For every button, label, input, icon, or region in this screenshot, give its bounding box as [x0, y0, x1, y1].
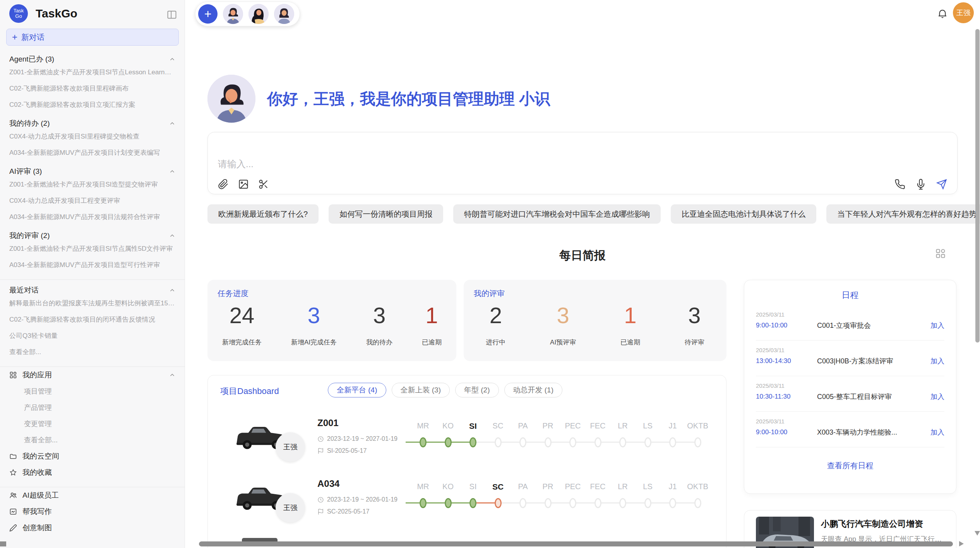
session-avatar[interactable] [248, 4, 269, 24]
view-all-schedule-link[interactable]: 查看所有日程 [744, 461, 956, 471]
milestone-dot-mr[interactable] [420, 498, 427, 508]
ai-review-item[interactable]: A034-全新新能源MUV产品开发项目法规符合性评审 [9, 209, 176, 225]
app-item[interactable]: 查看全部... [9, 432, 176, 448]
recent-chat-item[interactable]: 公司Q3轻卡销量 [9, 328, 176, 344]
chat-input-box[interactable]: 请输入... [207, 132, 958, 194]
my-todo-item[interactable]: A034-全新新能源MUV产品开发项目计划变更表编写 [9, 145, 176, 161]
horizontal-scrollbar[interactable] [199, 541, 953, 546]
add-session-button[interactable]: + [198, 4, 218, 24]
milestone-dot-pec[interactable] [569, 437, 576, 447]
help-me-write[interactable]: 帮我写作 [9, 503, 176, 520]
recent-chat-item[interactable]: C02-飞腾新能源轻客改款项目的闭环通告反馈情况 [9, 312, 176, 328]
app-item[interactable]: 变更管理 [9, 416, 176, 432]
user-avatar[interactable]: 王强 [953, 2, 974, 23]
milestone-dot-oktb[interactable] [694, 437, 701, 447]
milestone-dot-pr[interactable] [545, 498, 552, 508]
milestone-dot-mr[interactable] [420, 437, 427, 447]
notification-bell-icon[interactable] [937, 8, 948, 19]
suggestion-chip[interactable]: 当下年轻人对汽车外观有怎样的喜好趋势 [826, 204, 980, 224]
app-item[interactable]: 产品管理 [9, 399, 176, 416]
section-agent-done[interactable]: Agent已办 (3) [9, 54, 176, 64]
ai-review-item[interactable]: C0X4-动力总成开发项目工程变更评审 [9, 193, 176, 209]
chevron-up-icon[interactable] [169, 372, 176, 378]
milestone-dot-oktb[interactable] [694, 498, 701, 508]
scissors-icon[interactable] [258, 179, 269, 190]
vertical-scrollbar[interactable] [975, 29, 980, 342]
milestone-label: MR [411, 421, 435, 430]
ai-review-item[interactable]: Z001-全新燃油轻卡产品开发项目SI造型提交物评审 [9, 176, 176, 193]
project-row[interactable]: 王强 Z001 2023-12-19 ~ 2027-01-19 SI-2025-… [208, 412, 726, 474]
news-title: 小鹏飞行汽车制造公司增资 [821, 518, 923, 530]
milestone-dot-pa[interactable] [519, 437, 526, 447]
section-my-todo[interactable]: 我的待办 (2) [9, 118, 176, 128]
agent-done-item[interactable]: C02-飞腾新能源轻客改款项目里程碑画布 [9, 80, 176, 97]
join-meeting-link[interactable]: 加入 [930, 356, 944, 366]
chevron-up-icon[interactable] [169, 168, 176, 175]
scroll-right-arrow[interactable] [959, 541, 964, 546]
join-meeting-link[interactable]: 加入 [930, 392, 944, 401]
my-cloud-space[interactable]: 我的云空间 [9, 448, 176, 464]
suggestion-chip[interactable]: 如何写一份清晰的项目周报 [329, 204, 443, 224]
milestone-dot-ls[interactable] [644, 437, 651, 447]
milestone-dot-pr[interactable] [545, 437, 552, 447]
dashboard-filter-pill[interactable]: 年型 (2) [455, 383, 499, 397]
my-review-item[interactable]: A034-全新新能源MUV产品开发项目造型可行性评审 [9, 257, 176, 273]
clock-icon [317, 436, 324, 442]
milestone-dot-si[interactable] [469, 498, 476, 508]
my-todo-item[interactable]: C0X4-动力总成开发项目SI里程碑提交物检查 [9, 128, 176, 145]
scroll-down-arrow[interactable] [975, 531, 980, 536]
project-row[interactable]: 王强 A034 2023-12-19 ~ 2026-01-19 SC-2025-… [208, 473, 726, 535]
milestone-dot-ko[interactable] [445, 437, 452, 447]
milestone-dot-lr[interactable] [619, 498, 626, 508]
dashboard-filter-pill[interactable]: 全新平台 (4) [328, 383, 386, 397]
milestone-dot-pa[interactable] [519, 498, 526, 508]
section-my-review[interactable]: 我的评审 (2) [9, 231, 176, 241]
milestone-dot-j1[interactable] [669, 437, 676, 447]
session-avatar[interactable] [223, 4, 243, 24]
milestone-dot-ko[interactable] [445, 498, 452, 508]
dashboard-filter-pill[interactable]: 动总开发 (1) [504, 383, 563, 397]
milestone-dot-si[interactable] [469, 437, 476, 447]
milestone-dot-fec[interactable] [595, 437, 601, 447]
agent-done-item[interactable]: Z001-全新燃油皮卡产品开发项目SI节点Lesson Learn报告 [9, 64, 176, 80]
recent-chat-item[interactable]: 查看全部... [9, 344, 176, 360]
recent-chat-item[interactable]: 解释最新出台的欧盟报废车法规再生塑料比例被调至15%... [9, 295, 176, 312]
milestone-dot-fec[interactable] [595, 498, 601, 508]
milestone-dot-lr[interactable] [619, 437, 626, 447]
session-avatar[interactable] [274, 4, 294, 24]
chevron-up-icon[interactable] [169, 56, 176, 63]
section-ai-review[interactable]: AI评审 (3) [9, 166, 176, 176]
sidebar-scrollbar-stub[interactable] [0, 541, 6, 546]
milestone-dot-pec[interactable] [569, 498, 576, 508]
sidebar-collapse-icon[interactable] [166, 9, 177, 20]
section-recent-chats[interactable]: 最近对话 [9, 285, 176, 295]
briefing-layout-icon[interactable] [935, 248, 946, 259]
suggestion-chip[interactable]: 特朗普可能对进口汽车增税会对中国车企造成哪些影响 [453, 204, 661, 224]
join-meeting-link[interactable]: 加入 [930, 321, 944, 330]
milestone-dot-ls[interactable] [644, 498, 651, 508]
dashboard-filter-pill[interactable]: 全新上装 (3) [392, 383, 450, 397]
milestone-dot-j1[interactable] [669, 498, 676, 508]
app-item[interactable]: 项目管理 [9, 383, 176, 399]
send-icon[interactable] [936, 179, 947, 190]
new-chat-button[interactable]: + 新对话 [6, 29, 179, 46]
chevron-up-icon[interactable] [169, 287, 176, 294]
creative-drawing[interactable]: 创意制图 [9, 520, 176, 536]
my-apps-row[interactable]: 我的应用 [9, 367, 176, 383]
milestone-line [473, 442, 498, 443]
suggestion-chip[interactable]: 欧洲新规最近颁布了什么? [207, 204, 319, 224]
my-review-item[interactable]: Z001-全新燃油轻卡产品开发项目SI节点属性5D文件评审 [9, 241, 176, 257]
chevron-up-icon[interactable] [169, 120, 176, 127]
my-favorites[interactable]: 我的收藏 [9, 464, 176, 481]
suggestion-chip[interactable]: 比亚迪全固态电池计划具体说了什么 [671, 204, 816, 224]
milestone-dot-sc[interactable] [495, 437, 502, 447]
microphone-icon[interactable] [915, 179, 926, 190]
ai-super-staff[interactable]: AI超级员工 [9, 487, 176, 503]
image-icon[interactable] [238, 179, 249, 190]
phone-icon[interactable] [894, 179, 905, 190]
agent-done-item[interactable]: C02-飞腾新能源轻客改款项目立项汇报方案 [9, 97, 176, 113]
join-meeting-link[interactable]: 加入 [930, 428, 944, 437]
milestone-dot-sc[interactable] [495, 498, 502, 508]
chevron-up-icon[interactable] [169, 232, 176, 239]
attachment-icon[interactable] [218, 179, 229, 190]
